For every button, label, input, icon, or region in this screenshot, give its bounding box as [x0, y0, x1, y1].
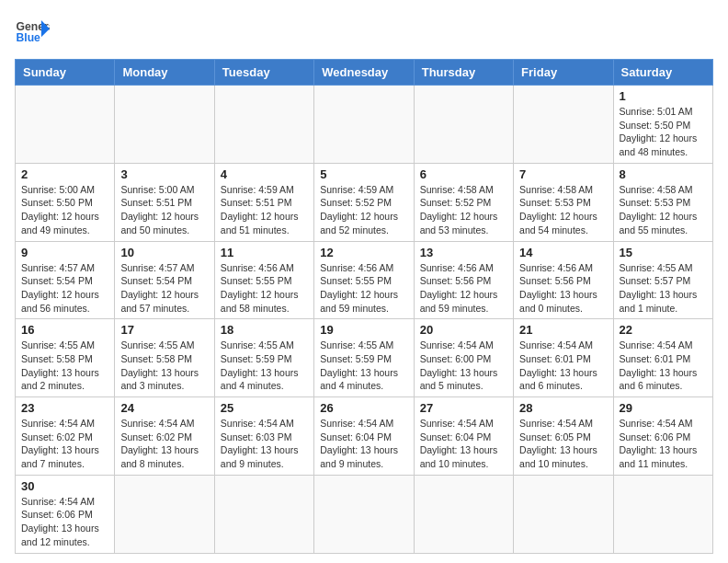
day-info: Sunrise: 5:01 AM Sunset: 5:50 PM Dayligh…	[620, 105, 707, 159]
calendar-cell: 28Sunrise: 4:54 AM Sunset: 6:05 PM Dayli…	[514, 397, 613, 476]
calendar-cell	[414, 475, 513, 553]
day-number: 20	[420, 323, 507, 337]
calendar-cell: 2Sunrise: 5:00 AM Sunset: 5:50 PM Daylig…	[16, 163, 115, 241]
day-number: 1	[620, 89, 707, 103]
calendar-cell: 26Sunrise: 4:54 AM Sunset: 6:04 PM Dayli…	[314, 397, 414, 476]
day-info: Sunrise: 4:55 AM Sunset: 5:58 PM Dayligh…	[21, 339, 108, 393]
calendar-cell	[214, 475, 313, 553]
day-number: 28	[519, 401, 607, 415]
day-info: Sunrise: 4:55 AM Sunset: 5:59 PM Dayligh…	[221, 339, 308, 393]
week-row-4: 23Sunrise: 4:54 AM Sunset: 6:02 PM Dayli…	[16, 397, 713, 476]
calendar-cell: 29Sunrise: 4:54 AM Sunset: 6:06 PM Dayli…	[613, 397, 712, 476]
day-number: 18	[221, 323, 308, 337]
calendar-cell: 1Sunrise: 5:01 AM Sunset: 5:50 PM Daylig…	[613, 86, 712, 164]
day-number: 8	[620, 167, 707, 181]
day-number: 6	[420, 167, 507, 181]
day-header-monday: Monday	[115, 60, 214, 86]
calendar-cell: 13Sunrise: 4:56 AM Sunset: 5:56 PM Dayli…	[414, 241, 513, 319]
day-info: Sunrise: 4:56 AM Sunset: 5:56 PM Dayligh…	[519, 261, 607, 316]
calendar-cell	[414, 86, 513, 164]
calendar-table: SundayMondayTuesdayWednesdayThursdayFrid…	[15, 59, 713, 554]
day-number: 19	[320, 323, 407, 337]
day-info: Sunrise: 4:59 AM Sunset: 5:52 PM Dayligh…	[320, 183, 407, 237]
day-info: Sunrise: 4:57 AM Sunset: 5:54 PM Dayligh…	[120, 261, 208, 316]
day-info: Sunrise: 4:55 AM Sunset: 5:59 PM Dayligh…	[320, 339, 407, 393]
calendar-cell	[115, 86, 214, 164]
day-number: 13	[420, 246, 507, 259]
day-info: Sunrise: 4:56 AM Sunset: 5:55 PM Dayligh…	[320, 261, 407, 316]
calendar-cell: 24Sunrise: 4:54 AM Sunset: 6:02 PM Dayli…	[115, 397, 214, 476]
calendar-cell: 20Sunrise: 4:54 AM Sunset: 6:00 PM Dayli…	[414, 319, 513, 397]
day-number: 4	[221, 167, 308, 181]
calendar-cell: 18Sunrise: 4:55 AM Sunset: 5:59 PM Dayli…	[214, 319, 313, 397]
week-row-3: 16Sunrise: 4:55 AM Sunset: 5:58 PM Dayli…	[16, 319, 713, 397]
day-number: 16	[21, 323, 108, 337]
svg-text:Blue: Blue	[17, 31, 41, 44]
day-info: Sunrise: 4:54 AM Sunset: 6:04 PM Dayligh…	[420, 417, 507, 471]
day-number: 30	[21, 479, 108, 493]
day-number: 22	[620, 323, 707, 337]
day-info: Sunrise: 4:55 AM Sunset: 5:58 PM Dayligh…	[120, 339, 208, 393]
logo-svg: General Blue	[15, 15, 50, 50]
calendar-cell	[115, 475, 214, 553]
calendar-cell: 23Sunrise: 4:54 AM Sunset: 6:02 PM Dayli…	[16, 397, 115, 476]
day-info: Sunrise: 4:55 AM Sunset: 5:57 PM Dayligh…	[620, 261, 707, 316]
calendar-cell: 15Sunrise: 4:55 AM Sunset: 5:57 PM Dayli…	[613, 241, 712, 319]
calendar-cell: 4Sunrise: 4:59 AM Sunset: 5:51 PM Daylig…	[214, 163, 313, 241]
day-info: Sunrise: 4:54 AM Sunset: 6:06 PM Dayligh…	[21, 495, 108, 549]
calendar-cell	[613, 475, 712, 553]
calendar-cell: 11Sunrise: 4:56 AM Sunset: 5:55 PM Dayli…	[214, 241, 313, 319]
week-row-5: 30Sunrise: 4:54 AM Sunset: 6:06 PM Dayli…	[16, 475, 713, 553]
day-header-friday: Friday	[514, 60, 613, 86]
day-info: Sunrise: 4:54 AM Sunset: 6:05 PM Dayligh…	[519, 417, 607, 471]
day-info: Sunrise: 4:56 AM Sunset: 5:55 PM Dayligh…	[221, 261, 308, 316]
day-number: 24	[120, 401, 208, 415]
day-number: 11	[221, 246, 308, 259]
day-info: Sunrise: 4:54 AM Sunset: 6:04 PM Dayligh…	[320, 417, 407, 471]
day-info: Sunrise: 5:00 AM Sunset: 5:50 PM Dayligh…	[21, 183, 108, 237]
calendar-cell: 8Sunrise: 4:58 AM Sunset: 5:53 PM Daylig…	[613, 163, 712, 241]
day-header-saturday: Saturday	[613, 60, 712, 86]
calendar-cell	[514, 475, 613, 553]
day-number: 14	[519, 246, 607, 259]
calendar-cell: 19Sunrise: 4:55 AM Sunset: 5:59 PM Dayli…	[314, 319, 414, 397]
week-row-2: 9Sunrise: 4:57 AM Sunset: 5:54 PM Daylig…	[16, 241, 713, 319]
calendar-cell: 6Sunrise: 4:58 AM Sunset: 5:52 PM Daylig…	[414, 163, 513, 241]
header: General Blue	[15, 15, 713, 50]
calendar-cell: 25Sunrise: 4:54 AM Sunset: 6:03 PM Dayli…	[214, 397, 313, 476]
day-number: 7	[519, 167, 607, 181]
day-number: 21	[519, 323, 607, 337]
day-info: Sunrise: 4:54 AM Sunset: 6:00 PM Dayligh…	[420, 339, 507, 393]
day-number: 10	[120, 246, 208, 259]
calendar-cell: 10Sunrise: 4:57 AM Sunset: 5:54 PM Dayli…	[115, 241, 214, 319]
day-number: 15	[620, 246, 707, 259]
calendar-cell: 14Sunrise: 4:56 AM Sunset: 5:56 PM Dayli…	[514, 241, 613, 319]
calendar-cell: 16Sunrise: 4:55 AM Sunset: 5:58 PM Dayli…	[16, 319, 115, 397]
day-number: 25	[221, 401, 308, 415]
calendar-cell: 9Sunrise: 4:57 AM Sunset: 5:54 PM Daylig…	[16, 241, 115, 319]
day-header-sunday: Sunday	[16, 60, 115, 86]
day-number: 3	[120, 167, 208, 181]
day-info: Sunrise: 4:54 AM Sunset: 6:02 PM Dayligh…	[120, 417, 208, 471]
day-info: Sunrise: 4:56 AM Sunset: 5:56 PM Dayligh…	[420, 261, 507, 316]
day-info: Sunrise: 4:57 AM Sunset: 5:54 PM Dayligh…	[21, 261, 108, 316]
calendar-cell: 5Sunrise: 4:59 AM Sunset: 5:52 PM Daylig…	[314, 163, 414, 241]
week-row-1: 2Sunrise: 5:00 AM Sunset: 5:50 PM Daylig…	[16, 163, 713, 241]
day-number: 5	[320, 167, 407, 181]
week-row-0: 1Sunrise: 5:01 AM Sunset: 5:50 PM Daylig…	[16, 86, 713, 164]
day-info: Sunrise: 4:58 AM Sunset: 5:53 PM Dayligh…	[519, 183, 607, 237]
calendar-cell: 21Sunrise: 4:54 AM Sunset: 6:01 PM Dayli…	[514, 319, 613, 397]
day-info: Sunrise: 4:54 AM Sunset: 6:06 PM Dayligh…	[620, 417, 707, 471]
day-number: 9	[21, 246, 108, 259]
calendar-cell	[16, 86, 115, 164]
calendar-cell	[514, 86, 613, 164]
calendar-cell: 22Sunrise: 4:54 AM Sunset: 6:01 PM Dayli…	[613, 319, 712, 397]
day-number: 2	[21, 167, 108, 181]
calendar-cell	[214, 86, 313, 164]
day-number: 12	[320, 246, 407, 259]
calendar-cell: 27Sunrise: 4:54 AM Sunset: 6:04 PM Dayli…	[414, 397, 513, 476]
day-number: 23	[21, 401, 108, 415]
day-number: 29	[620, 401, 707, 415]
calendar-cell: 7Sunrise: 4:58 AM Sunset: 5:53 PM Daylig…	[514, 163, 613, 241]
day-header-tuesday: Tuesday	[214, 60, 313, 86]
